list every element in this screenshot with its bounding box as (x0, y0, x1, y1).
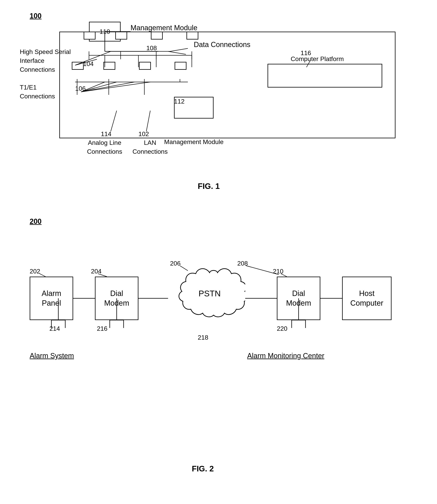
lan-connections-label: LAN Connections (132, 138, 168, 156)
num-114: 114 (101, 130, 111, 138)
fig2-area: 200 202 204 206 208 210 214 216 218 220 … (20, 217, 415, 484)
fig1-diagram-number: 100 (30, 12, 41, 20)
pstn-cloud-container: PSTN (174, 265, 245, 332)
dial-modem-1-box: Dial Modem (95, 276, 139, 320)
fig2-diagram-number: 200 (30, 217, 41, 226)
fig1-main-box (59, 32, 396, 138)
management-module-112-label: Management Module (164, 138, 224, 146)
num-112: 112 (174, 98, 185, 105)
computer-platform-label: Computer Platform (291, 55, 344, 63)
pstn-cloud-svg: PSTN (174, 265, 245, 332)
t1e1-label: T1/E1 Connections (20, 83, 55, 101)
port-data-2 (187, 32, 198, 39)
port-hssi-2 (115, 32, 127, 39)
port-data-1 (151, 32, 163, 39)
port-t1e1-4 (175, 62, 187, 70)
management-module-top-label: Management Module (130, 24, 197, 32)
num-220: 220 (277, 325, 287, 332)
alarm-system-label: Alarm System (30, 352, 74, 360)
fig1-area: 100 110 Management Module High Speed Ser… (20, 12, 415, 190)
port-t1e1-2 (103, 62, 115, 70)
diagram-container: 100 110 Management Module High Speed Ser… (0, 0, 437, 504)
alarm-monitoring-center-label: Alarm Monitoring Center (247, 352, 324, 360)
port-t1e1-1 (72, 62, 84, 70)
host-computer-box: Host Computer (342, 276, 392, 320)
fig1-caption: FIG. 1 (198, 182, 220, 191)
num-102: 102 (139, 130, 149, 138)
fig2-caption: FIG. 2 (192, 464, 214, 473)
dial-modem-2-label: Dial Modem (286, 289, 311, 308)
port-hssi-1 (84, 32, 96, 39)
analog-line-label: Analog Line Connections (87, 138, 122, 156)
alarm-panel-box: Alarm Panel (30, 276, 73, 320)
fig2-svg-lines (20, 217, 415, 484)
alarm-panel-label: Alarm Panel (41, 289, 61, 308)
svg-text:PSTN: PSTN (199, 289, 221, 298)
num-210: 210 (273, 268, 283, 275)
svg-line-52 (40, 274, 45, 276)
port-t1e1-3 (139, 62, 151, 70)
num-202: 202 (30, 268, 40, 275)
num-204: 204 (91, 268, 101, 275)
dial-modem-2-box: Dial Modem (277, 276, 320, 320)
dial-modem-1-label: Dial Modem (104, 289, 129, 308)
host-computer-label: Host Computer (350, 289, 383, 308)
computer-platform-box (268, 64, 382, 87)
num-214: 214 (50, 325, 60, 332)
num-218: 218 (198, 334, 208, 341)
num-216: 216 (97, 325, 107, 332)
